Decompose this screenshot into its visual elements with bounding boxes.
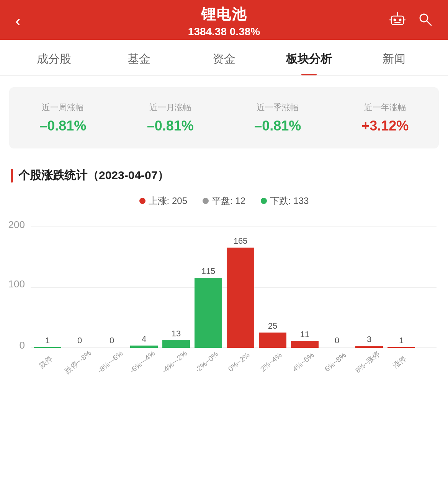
svg-text:165: 165 xyxy=(234,236,248,246)
back-button[interactable]: ‹ xyxy=(15,13,21,29)
stat-monthly-value: –0.81% xyxy=(117,118,224,134)
svg-text:25: 25 xyxy=(268,321,277,331)
stat-quarterly-label: 近一季涨幅 xyxy=(224,102,332,113)
robot-icon[interactable] xyxy=(389,11,406,31)
svg-text:-2%~0%: -2%~0% xyxy=(193,350,220,374)
bar-7 xyxy=(259,333,286,348)
svg-text:0: 0 xyxy=(335,336,339,345)
header-center: 锂电池 1384.38 0.38% xyxy=(188,5,260,38)
search-icon[interactable] xyxy=(417,11,433,31)
stat-quarterly: 近一季涨幅 –0.81% xyxy=(224,98,332,138)
bar-8 xyxy=(291,341,319,348)
bar-0 xyxy=(34,347,61,348)
svg-text:1: 1 xyxy=(45,336,50,345)
svg-text:-6%~-4%: -6%~-4% xyxy=(128,349,157,375)
section-title-text: 个股涨跌统计（2023-04-07） xyxy=(18,168,169,183)
svg-text:跌停~-8%: 跌停~-8% xyxy=(63,349,93,375)
legend-up: 上涨: 205 xyxy=(139,195,187,207)
tab-capital[interactable]: 资金 xyxy=(181,40,267,75)
svg-text:13: 13 xyxy=(172,329,181,338)
svg-point-2 xyxy=(399,19,402,21)
bar-4 xyxy=(162,340,190,348)
legend-down-dot xyxy=(261,198,267,204)
svg-text:4: 4 xyxy=(142,334,146,344)
tab-sector-analysis[interactable]: 板块分析 xyxy=(267,40,352,75)
section-title: 个股涨跌统计（2023-04-07） xyxy=(0,160,448,187)
stat-weekly-label: 近一周涨幅 xyxy=(9,102,117,113)
svg-text:涨停: 涨停 xyxy=(392,354,408,370)
svg-point-5 xyxy=(397,12,398,14)
svg-text:跌停: 跌停 xyxy=(38,354,54,370)
svg-point-1 xyxy=(394,19,396,21)
bar-10 xyxy=(355,346,383,348)
svg-text:11: 11 xyxy=(300,329,309,339)
svg-text:3: 3 xyxy=(367,334,371,344)
stat-quarterly-value: –0.81% xyxy=(224,118,332,134)
stat-yearly-value: +3.12% xyxy=(332,118,439,134)
svg-rect-0 xyxy=(391,16,404,24)
svg-text:8%~涨停: 8%~涨停 xyxy=(354,349,381,374)
svg-text:0: 0 xyxy=(110,336,114,345)
stat-yearly-label: 近一年涨幅 xyxy=(332,102,439,113)
svg-text:115: 115 xyxy=(201,266,216,276)
title-bar-decoration xyxy=(11,169,13,183)
stat-weekly-value: –0.81% xyxy=(9,118,117,134)
bar-3 xyxy=(130,346,158,348)
legend-flat-dot xyxy=(203,198,209,204)
svg-text:100: 100 xyxy=(8,278,25,290)
svg-text:0: 0 xyxy=(20,339,25,351)
stat-monthly-label: 近一月涨幅 xyxy=(117,102,224,113)
page-title: 锂电池 xyxy=(188,5,260,24)
stat-weekly: 近一周涨幅 –0.81% xyxy=(9,98,117,138)
svg-text:-8%~-6%: -8%~-6% xyxy=(96,349,124,375)
bar-5 xyxy=(195,278,222,348)
legend-up-dot xyxy=(139,198,146,204)
svg-text:1: 1 xyxy=(399,336,404,345)
svg-text:0%~2%: 0%~2% xyxy=(227,351,251,373)
stats-section: 近一周涨幅 –0.81% 近一月涨幅 –0.81% 近一季涨幅 –0.81% 近… xyxy=(9,87,439,148)
stat-monthly: 近一月涨幅 –0.81% xyxy=(117,98,224,138)
legend-flat: 平盘: 12 xyxy=(203,195,245,207)
bar-11 xyxy=(388,347,415,348)
bar-6 xyxy=(227,248,254,348)
svg-line-9 xyxy=(427,21,432,26)
bar-chart: 200 100 0 1 0 0 4 13 115 165 25 xyxy=(0,211,448,429)
legend-flat-label: 平盘: 12 xyxy=(212,195,245,207)
chart-legend: 上涨: 205 平盘: 12 下跌: 133 xyxy=(0,187,448,211)
tab-bar: 成分股 基金 资金 板块分析 新闻 xyxy=(0,40,448,76)
tab-constituents[interactable]: 成分股 xyxy=(11,40,96,75)
legend-down-label: 下跌: 133 xyxy=(270,195,309,207)
legend-down: 下跌: 133 xyxy=(261,195,309,207)
svg-text:-4%~-2%: -4%~-2% xyxy=(160,349,189,375)
legend-up-label: 上涨: 205 xyxy=(149,195,187,207)
header-actions xyxy=(389,11,433,31)
tab-news[interactable]: 新闻 xyxy=(352,40,437,75)
header-subtitle: 1384.38 0.38% xyxy=(188,26,260,38)
svg-text:2%~4%: 2%~4% xyxy=(259,351,283,373)
svg-text:6%~8%: 6%~8% xyxy=(323,351,348,373)
svg-text:200: 200 xyxy=(8,219,25,230)
svg-text:4%~6%: 4%~6% xyxy=(291,351,316,373)
svg-text:0: 0 xyxy=(77,336,82,345)
stat-yearly: 近一年涨幅 +3.12% xyxy=(332,98,439,138)
header: ‹ 锂电池 1384.38 0.38% xyxy=(0,0,448,40)
svg-rect-3 xyxy=(394,22,401,23)
chart-svg: 200 100 0 1 0 0 4 13 115 165 25 xyxy=(8,215,440,414)
tab-funds[interactable]: 基金 xyxy=(96,40,181,75)
